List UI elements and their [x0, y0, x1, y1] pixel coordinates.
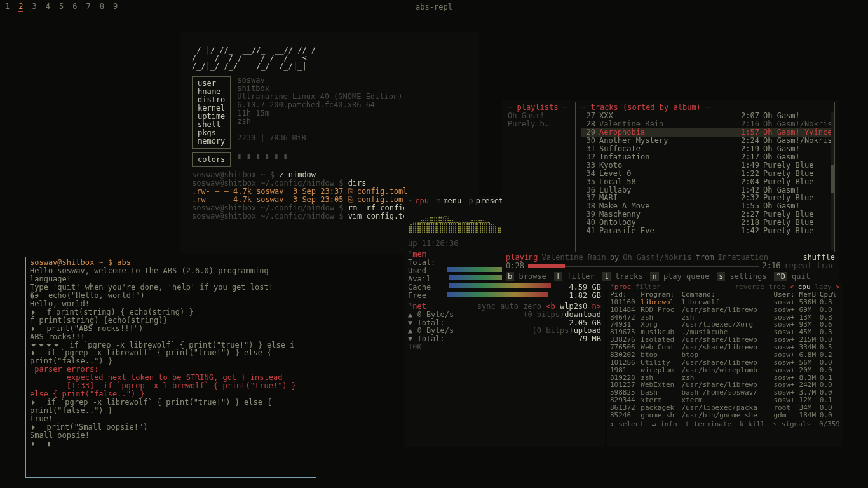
track-row[interactable]: 34Level 01:22Purely Blue	[581, 170, 833, 178]
playlists-column[interactable]: ─ playlists ─ Oh Gasm! Purely b…	[506, 102, 576, 252]
track-row[interactable]: 28Valentine Rain2:16Oh Gasm!/Nokris	[581, 120, 833, 128]
track-row[interactable]: 39Maschenny2:27Purely Blue	[581, 210, 833, 219]
proc-row[interactable]: 819228zshzshsosw+8.3M0.1	[610, 374, 840, 382]
track-row[interactable]: 29Aerophobia1:57Oh Gasm! Yvince	[581, 128, 833, 137]
music-action-settings[interactable]: s settings	[717, 273, 766, 281]
music-action-filter[interactable]: f filter	[554, 273, 595, 281]
sysinfo-labels: userhnamedistrokerneluptimeshellpkgsmemo…	[192, 76, 231, 149]
workspace-8[interactable]: 8	[100, 2, 104, 12]
track-row[interactable]: 30Another Mystery2:24Oh Gasm!/Nokris	[581, 137, 833, 145]
ascii-logo: _ __ _______ ______ __ __ / |/ //_ __//_…	[192, 38, 468, 70]
workspace-7[interactable]: 7	[86, 2, 90, 12]
music-player-pane: ─ playlists ─ Oh Gasm! Purely b… ─ track…	[502, 100, 839, 282]
track-row[interactable]: 33Kyoto1:49Purely Blue	[581, 161, 833, 170]
workspace-3[interactable]: 3	[32, 2, 36, 12]
track-row[interactable]: 38Make A Move1:55Oh Gasm!	[581, 202, 833, 210]
track-row[interactable]: 40Ontology2:18Purely Blue	[581, 219, 833, 227]
music-action-quit[interactable]: ^D quit	[774, 273, 810, 281]
tracks-scrollbar[interactable]	[831, 112, 834, 250]
music-action-browse[interactable]: b browse	[506, 273, 546, 281]
sysinfo-box: userhnamedistrokerneluptimeshellpkgsmemo…	[192, 76, 468, 149]
playback-progress[interactable]: 0:28 2:16 repeat trac	[506, 262, 835, 270]
track-row[interactable]: 37MARI2:32Purely Blue	[581, 194, 833, 202]
workspace-1[interactable]: 1	[5, 2, 10, 12]
workspace-list: 123456789	[5, 2, 118, 12]
btop-net-section: ³net sync auto zero <b wlp2s0 n> downloa…	[408, 302, 601, 352]
colors-label: colors	[198, 156, 225, 164]
net-rows: download▲ 0 Byte/s(0 bitps)▼ Total:2.05 …	[408, 311, 601, 352]
workspace-4[interactable]: 4	[46, 2, 50, 12]
proc-row[interactable]: 776506Web Cont/usr/share/librewososw+334…	[610, 344, 840, 351]
music-action-play queue[interactable]: n play queue	[650, 273, 709, 281]
track-rows: 27XXX2:07Oh Gasm!28Valentine Rain2:16Oh …	[581, 112, 833, 235]
workspace-6[interactable]: 6	[72, 2, 77, 12]
proc-row[interactable]: 598825bashbash /home/soswav/sosw+3.7M0.0	[610, 389, 840, 396]
track-row[interactable]: 36Lullaby1:42Oh Gasm!	[581, 186, 833, 194]
colors-row: colors ▮ ▮ ▮ ▮ ▮ ▮	[192, 152, 468, 167]
proc-row[interactable]: 85246gnome-sh/usr/bin/gnome-shegdm184M0.…	[610, 412, 840, 419]
track-row[interactable]: 27XXX2:07Oh Gasm!	[581, 112, 833, 120]
abs-repl-pane[interactable]: soswav@shitbox ~ $ absHello soswav, welc…	[25, 257, 316, 478]
proc-row[interactable]: 101237WebExten/usr/share/librewososw+242…	[610, 381, 840, 389]
workspace-9[interactable]: 9	[113, 2, 118, 12]
proc-row[interactable]: 101484RDD Proc/usr/share/librewososw+69M…	[610, 306, 840, 314]
track-row[interactable]: 32Infatuation2:17Oh Gasm!	[581, 153, 833, 161]
proc-row[interactable]: 338276Isolated/usr/share/librewososw+215…	[610, 336, 840, 344]
btop-proc-pane: ⁴proc filter reverse tree < cpu lazy > P…	[607, 282, 843, 447]
proc-row[interactable]: 846472zshzshsosw+13M0.8	[610, 314, 840, 322]
window-title: abs-repl	[416, 3, 452, 11]
color-swatches: ▮ ▮ ▮ ▮ ▮ ▮	[237, 152, 287, 161]
track-row[interactable]: 35Local 582:04Purely Blue	[581, 178, 833, 186]
proc-row[interactable]: 1981wireplum/usr/bin/wireplumbsosw+20M0.…	[610, 367, 840, 374]
sysinfo-values: soswavshitboxUltramarine Linux 40 (GNOME…	[237, 76, 402, 149]
proc-row[interactable]: 830202btopbtopsosw+6.8M0.2	[610, 351, 840, 359]
top-bar: 123456789 abs-repl	[0, 0, 868, 14]
proc-row[interactable]: 101160librewollibrewolfsosw+536M0.3	[610, 299, 840, 306]
proc-row[interactable]: 74931Xorg/usr/libexec/Xorgsosw+93M0.6	[610, 321, 840, 329]
music-action-tracks[interactable]: t tracks	[602, 273, 643, 281]
proc-table[interactable]: Pid:Program:Command:User:MemBCpu% 101160…	[610, 291, 840, 419]
proc-footer: ↕ select ↵ info t terminate k kill s sig…	[610, 421, 840, 428]
proc-row[interactable]: 819675musikcub./musikcubesosw+45M0.3	[610, 329, 840, 336]
tracks-column[interactable]: ─ tracks (sorted by album) ─ 27XXX2:07Oh…	[580, 102, 835, 252]
track-row[interactable]: 41Parasite Eve1:42Purely Blue	[581, 227, 833, 235]
proc-row[interactable]: 829344xtermxtermsosw+12M0.1	[610, 396, 840, 404]
proc-row[interactable]: 101286Utility/usr/share/librewososw+56M0…	[610, 359, 840, 367]
workspace-5[interactable]: 5	[59, 2, 64, 12]
playlist-item[interactable]: Oh Gasm! Purely b…	[508, 112, 574, 128]
music-actions: b browsef filtert tracksn play queues se…	[506, 273, 835, 281]
track-row[interactable]: 31Suffocate2:19Oh Gasm!	[581, 145, 833, 153]
proc-row[interactable]: 861372packagek/usr/libexec/packaroot34M0…	[610, 404, 840, 412]
workspace-2[interactable]: 2	[18, 2, 23, 12]
proc-header-row: Pid:Program:Command:User:MemBCpu%	[610, 291, 840, 299]
